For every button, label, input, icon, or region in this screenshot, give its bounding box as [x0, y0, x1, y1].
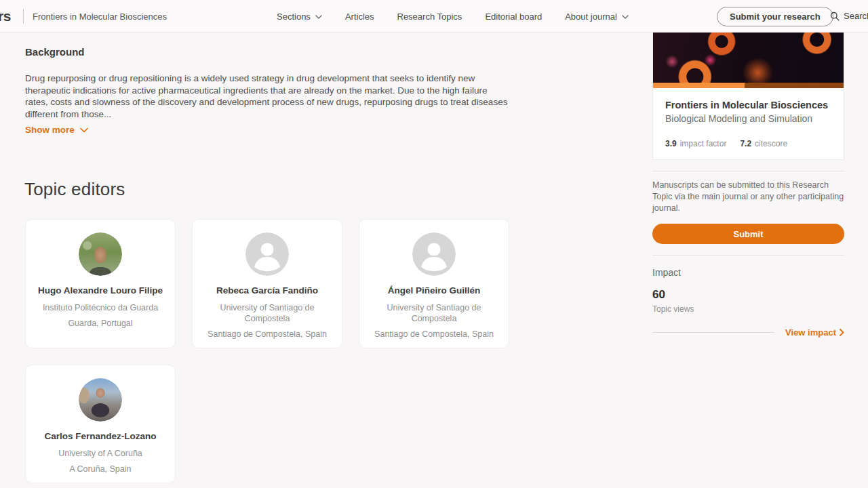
nav-item-label: Sections: [277, 12, 311, 22]
editor-affiliation: University of Santiago de Compostela: [359, 302, 509, 324]
topic-views-label: Topic views: [652, 304, 844, 314]
search-button[interactable]: Search: [830, 11, 868, 21]
nav-item-sections[interactable]: Sections: [277, 12, 322, 22]
editor-card[interactable]: Ángel Piñeiro Guillén University of Sant…: [359, 219, 509, 348]
sidebar-divider: [652, 171, 844, 171]
background-section-title: Background: [25, 46, 85, 58]
background-section-text: Drug repurposing or drug repositioning i…: [25, 73, 511, 120]
editor-name: Ángel Piñeiro Guillén: [359, 285, 509, 296]
search-label: Search: [844, 11, 868, 21]
main-nav: Sections Articles Research Topics Editor…: [277, 0, 629, 33]
chevron-right-icon: [840, 329, 844, 336]
nav-item-label: Articles: [345, 12, 374, 22]
nav-item-label: Editorial board: [485, 12, 542, 22]
view-impact-link[interactable]: View impact: [785, 327, 844, 338]
editor-card[interactable]: Hugo Alexandre Louro Filipe Instituto Po…: [25, 219, 176, 348]
submit-your-research-label: Submit your research: [730, 12, 821, 22]
chevron-down-icon: [315, 15, 322, 19]
submit-button[interactable]: Submit: [652, 224, 844, 244]
nav-item-editorial-board[interactable]: Editorial board: [485, 12, 542, 22]
person-placeholder-icon: [412, 232, 456, 276]
editor-photo: [79, 378, 122, 422]
view-impact-row: View impact: [652, 327, 844, 338]
person-placeholder-icon: [245, 232, 289, 276]
view-impact-divider: [652, 332, 774, 333]
editor-photo: [79, 232, 122, 276]
journal-cover-color-bar: [653, 83, 844, 88]
journal-card-title: Frontiers in Molecular Biosciences: [665, 100, 831, 110]
citescore-value: 7.2: [740, 139, 751, 148]
impact-section-title: Impact: [652, 267, 844, 278]
impact-factor-label: impact factor: [680, 139, 727, 148]
nav-item-label: Research Topics: [397, 12, 462, 22]
top-navigation-bar: rs Frontiers in Molecular Biosciences Se…: [0, 0, 868, 33]
editor-affiliation: Instituto Politécnico da Guarda: [26, 302, 175, 313]
view-impact-label: View impact: [785, 327, 836, 338]
chevron-down-icon: [622, 15, 629, 19]
chevron-down-icon: [80, 127, 88, 133]
search-icon: [830, 12, 840, 21]
journal-metrics: 3.9 impact factor 7.2 citescore: [665, 139, 831, 148]
frontiers-logo[interactable]: rs: [0, 8, 11, 24]
submission-note: Manuscripts can be submitted to this Res…: [652, 180, 844, 214]
editor-affiliation: University of A Coruña: [26, 448, 175, 459]
submit-button-label: Submit: [733, 229, 763, 239]
editor-location: Santiago de Compostela, Spain: [193, 329, 342, 339]
journal-card-subtitle: Biological Modeling and Simulation: [665, 113, 831, 124]
editor-affiliation: University of Santiago de Compostela: [193, 302, 342, 324]
editor-card[interactable]: Rebeca García Fandiño University of Sant…: [192, 219, 342, 348]
nav-item-about-journal[interactable]: About journal: [565, 12, 629, 22]
sidebar: Frontiers in Molecular Biosciences Biolo…: [652, 33, 844, 338]
journal-name-link[interactable]: Frontiers in Molecular Biosciences: [33, 12, 167, 22]
header-divider: [23, 9, 24, 24]
editor-name: Carlos Fernandez-Lozano: [26, 431, 175, 441]
impact-factor-value: 3.9: [665, 139, 677, 148]
citescore-label: citescore: [755, 139, 787, 148]
editor-location: A Coruña, Spain: [26, 464, 175, 474]
editor-card[interactable]: Carlos Fernandez-Lozano University of A …: [25, 365, 176, 483]
topic-editors-grid: Hugo Alexandre Louro Filipe Instituto Po…: [25, 219, 527, 483]
editor-photo-image: [79, 378, 122, 422]
citescore-metric: 7.2 citescore: [740, 139, 787, 148]
editor-name: Rebeca García Fandiño: [193, 285, 342, 296]
editor-photo-image: [79, 232, 122, 276]
submit-your-research-button[interactable]: Submit your research: [717, 7, 833, 26]
journal-cover-image: [653, 33, 844, 83]
topic-views-value: 60: [652, 288, 844, 302]
impact-factor-metric: 3.9 impact factor: [665, 139, 726, 148]
editor-name: Hugo Alexandre Louro Filipe: [26, 285, 175, 296]
sidebar-divider: [652, 255, 844, 256]
nav-item-research-topics[interactable]: Research Topics: [397, 12, 462, 22]
topic-editors-title: Topic editors: [24, 179, 125, 200]
editor-location: Santiago de Compostela, Spain: [359, 329, 509, 339]
journal-info: Frontiers in Molecular Biosciences Biolo…: [653, 88, 844, 159]
nav-item-label: About journal: [565, 12, 617, 22]
nav-item-articles[interactable]: Articles: [345, 12, 374, 22]
show-more-link[interactable]: Show more: [25, 125, 88, 135]
editor-location: Guarda, Portugal: [26, 319, 175, 328]
journal-card[interactable]: Frontiers in Molecular Biosciences Biolo…: [652, 33, 844, 160]
show-more-label: Show more: [25, 125, 75, 135]
